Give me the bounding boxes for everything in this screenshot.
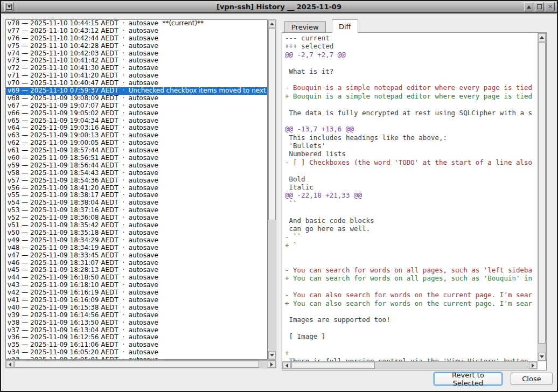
maximize-icon: [537, 4, 542, 9]
diff-line: And basic code blocks: [285, 216, 538, 225]
list-item[interactable]: v51 — 2025-11-09 18:35:42 AEDT · autosav…: [6, 222, 267, 229]
list-item[interactable]: v75 — 2025-11-10 10:42:28 AEDT · autosav…: [6, 43, 267, 50]
diff-textarea[interactable]: --- current+++ selected@@ -2,7 +2,7 @@ W…: [282, 33, 538, 361]
diff-line: Italic: [285, 183, 538, 191]
list-item[interactable]: v53 — 2025-11-09 18:37:16 AEDT · autosav…: [6, 207, 267, 214]
list-item[interactable]: v42 — 2025-11-09 16:16:19 AEDT · autosav…: [6, 289, 267, 297]
list-item[interactable]: v40 — 2025-11-09 16:15:38 AEDT · autosav…: [6, 304, 267, 312]
list-item[interactable]: v68 — 2025-11-09 19:08:09 AEDT · autosav…: [6, 95, 267, 102]
scroll-up-arrow[interactable]: [268, 20, 276, 28]
list-item[interactable]: v47 — 2025-11-09 18:33:45 AEDT · autosav…: [6, 252, 267, 260]
diff-line: [285, 208, 538, 216]
list-item[interactable]: v39 — 2025-11-09 16:14:56 AEDT · autosav…: [6, 312, 267, 319]
scroll-right-arrow[interactable]: [268, 361, 276, 368]
window-menu-button[interactable]: [4, 2, 13, 11]
diff-line: [285, 307, 538, 316]
window-maximize-button[interactable]: [535, 2, 544, 11]
diff-line: - [ ] Checkboxes (the word 'TODO' at the…: [285, 158, 538, 166]
window-shade-button[interactable]: [524, 2, 533, 11]
list-item[interactable]: v54 — 2025-11-09 18:38:04 AEDT · autosav…: [6, 199, 267, 207]
list-item[interactable]: v71 — 2025-11-10 10:41:20 AEDT · autosav…: [6, 72, 267, 80]
scroll-left-arrow[interactable]: [283, 362, 291, 369]
diff-line: + You can search for words on all pages,…: [285, 274, 538, 282]
list-item[interactable]: v52 — 2025-11-09 18:36:08 AEDT · autosav…: [6, 214, 267, 222]
shade-icon: [527, 5, 531, 9]
scroll-up-arrow[interactable]: [538, 33, 546, 41]
version-list-vscrollbar[interactable]: [268, 19, 276, 360]
revert-to-selected-button[interactable]: Revert to Selected: [434, 373, 502, 385]
tab-preview[interactable]: Preview: [284, 21, 326, 32]
list-item[interactable]: v61 — 2025-11-09 18:57:44 AEDT · autosav…: [6, 147, 267, 155]
list-item[interactable]: v60 — 2025-11-09 18:56:51 AEDT · autosav…: [6, 155, 267, 162]
diff-line: [285, 100, 538, 108]
list-item[interactable]: v35 — 2025-11-09 16:11:06 AEDT · autosav…: [6, 341, 267, 349]
diff-vscrollbar[interactable]: [538, 33, 546, 361]
list-item[interactable]: v73 — 2025-11-10 10:41:42 AEDT · autosav…: [6, 57, 267, 65]
close-button[interactable]: Close: [511, 373, 553, 385]
list-item[interactable]: v38 — 2025-11-09 16:13:50 AEDT · autosav…: [6, 319, 267, 327]
list-item[interactable]: v33 — 2025-11-09 16:05:01 AEDT · autosav…: [6, 356, 267, 360]
list-item[interactable]: v67 — 2025-11-09 19:07:07 AEDT · autosav…: [6, 102, 267, 110]
scroll-left-arrow[interactable]: [6, 361, 14, 368]
titlebar[interactable]: [vpn-ssh] History __ 2025-11-09 ✕: [1, 1, 557, 13]
list-item[interactable]: v41 — 2025-11-09 16:16:09 AEDT · autosav…: [6, 297, 267, 304]
diff-line: There is full version control via the 'V…: [285, 357, 538, 361]
list-item[interactable]: v70 — 2025-11-10 10:40:47 AEDT · autosav…: [6, 80, 267, 87]
list-item[interactable]: v34 — 2025-11-09 16:05:20 AEDT · autosav…: [6, 349, 267, 356]
diff-line: [285, 75, 538, 83]
diff-line: [285, 324, 538, 332]
list-item[interactable]: v56 — 2025-11-09 18:41:20 AEDT · autosav…: [6, 185, 267, 192]
list-item[interactable]: v58 — 2025-11-09 18:54:43 AEDT · autosav…: [6, 170, 267, 177]
list-item[interactable]: v63 — 2025-11-09 19:00:13 AEDT · autosav…: [6, 132, 267, 139]
diff-line: ``: [285, 200, 538, 208]
list-item[interactable]: v76 — 2025-11-10 10:42:44 AEDT · autosav…: [6, 35, 267, 43]
list-item[interactable]: v74 — 2025-11-10 10:42:03 AEDT · autosav…: [6, 50, 267, 58]
list-item[interactable]: v55 — 2025-11-09 18:38:17 AEDT · autosav…: [6, 192, 267, 199]
diff-line: Images are supported too!: [285, 316, 538, 324]
diff-line: 'Bullets': [285, 142, 538, 150]
list-item[interactable]: v77 — 2025-11-10 10:43:12 AEDT · autosav…: [6, 27, 267, 35]
version-list-hscrollbar[interactable]: [5, 360, 276, 368]
version-list[interactable]: v78 — 2025-11-10 10:44:15 AEDT · autosav…: [5, 19, 268, 360]
list-item[interactable]: v62 — 2025-11-09 19:00:05 AEDT · autosav…: [6, 139, 267, 147]
diff-line: [285, 59, 538, 67]
list-item[interactable]: v66 — 2025-11-09 19:05:02 AEDT · autosav…: [6, 110, 267, 117]
list-item[interactable]: v64 — 2025-11-09 19:03:16 AEDT · autosav…: [6, 124, 267, 132]
diff-line: --- current: [285, 34, 538, 42]
list-item[interactable]: v37 — 2025-11-09 16:13:04 AEDT · autosav…: [6, 327, 267, 334]
diff-line: What is it?: [285, 67, 538, 75]
diff-line: +: [285, 349, 538, 357]
hscrollbar-thumb[interactable]: [291, 362, 375, 369]
list-item[interactable]: v46 — 2025-11-09 18:31:07 AEDT · autosav…: [6, 260, 267, 267]
list-item[interactable]: v65 — 2025-11-09 19:04:34 AEDT · autosav…: [6, 117, 267, 125]
diff-line: +++ selected: [285, 42, 538, 50]
list-item[interactable]: v48 — 2025-11-09 18:34:19 AEDT · autosav…: [6, 244, 267, 252]
diff-line: @@ -2,7 +2,7 @@: [285, 51, 538, 59]
list-item[interactable]: v36 — 2025-11-09 16:12:56 AEDT · autosav…: [6, 334, 267, 341]
diff-line: The data is fully encrypted at rest usin…: [285, 109, 538, 117]
scroll-down-arrow[interactable]: [538, 353, 546, 361]
list-item[interactable]: v45 — 2025-11-09 18:28:13 AEDT · autosav…: [6, 267, 267, 274]
list-item[interactable]: v43 — 2025-11-09 16:18:10 AEDT · autosav…: [6, 282, 267, 289]
list-item[interactable]: v57 — 2025-11-09 18:54:36 AEDT · autosav…: [6, 177, 267, 185]
diff-line: [285, 166, 538, 174]
vscrollbar-thumb[interactable]: [268, 29, 276, 220]
diff-line: + You can also search for words on the c…: [285, 299, 538, 307]
list-item[interactable]: v72 — 2025-11-10 10:41:30 AEDT · autosav…: [6, 65, 267, 72]
scroll-right-arrow[interactable]: [529, 362, 537, 369]
tab-diff[interactable]: Diff: [332, 19, 358, 33]
list-item[interactable]: v49 — 2025-11-09 18:34:29 AEDT · autosav…: [6, 237, 267, 244]
list-item[interactable]: v44 — 2025-11-09 16:18:50 AEDT · autosav…: [6, 274, 267, 282]
diff-line: - You can search for words on all pages,…: [285, 266, 538, 274]
window-close-button[interactable]: ✕: [546, 2, 555, 11]
diff-line: @@ -22,18 +21,33 @@: [285, 191, 538, 199]
hscrollbar-thumb[interactable]: [15, 361, 259, 368]
diff-line: [285, 258, 538, 266]
vscrollbar-thumb[interactable]: [538, 42, 546, 344]
list-item[interactable]: v59 — 2025-11-09 18:56:44 AEDT · autosav…: [6, 162, 267, 170]
diff-hscrollbar[interactable]: [282, 361, 538, 369]
list-item[interactable]: v50 — 2025-11-09 18:35:18 AEDT · autosav…: [6, 229, 267, 237]
scroll-down-arrow[interactable]: [268, 351, 276, 359]
list-item[interactable]: v78 — 2025-11-10 10:44:15 AEDT · autosav…: [6, 20, 267, 27]
list-item[interactable]: v69 — 2025-11-10 07:59:37 AEDT · Uncheck…: [6, 87, 267, 95]
